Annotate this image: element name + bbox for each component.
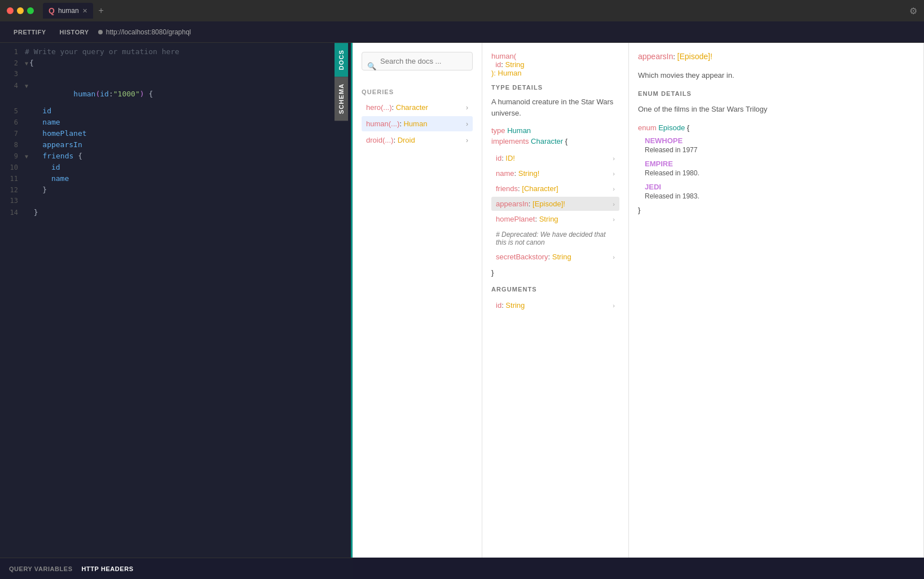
code-line-14: 14 } (0, 208, 351, 219)
code-line-8: 8 appearsIn (0, 140, 351, 152)
query-variables-button[interactable]: QUERY VARIABLES (9, 565, 73, 572)
toolbar: PRETTIFY HISTORY http://localhost:8080/g… (0, 21, 924, 43)
minimize-traffic-light[interactable] (17, 7, 24, 14)
code-line-6: 6 name (0, 118, 351, 129)
chevron-right-icon: › (613, 155, 615, 162)
enum-close-brace: } (638, 206, 914, 214)
enum-value-jedi: JEDI Released in 1983. (638, 183, 914, 200)
code-line-3: 3 (0, 70, 351, 81)
chevron-right-icon: › (613, 170, 615, 177)
chevron-right-icon: › (613, 185, 615, 192)
code-line-13: 13 (0, 197, 351, 208)
func-name: human( (491, 52, 516, 60)
search-icon: 🔍 (367, 61, 376, 70)
field-row-homeplanet[interactable]: homePlanet: String › (491, 212, 619, 226)
search-input[interactable] (362, 52, 473, 70)
tab-area: Q human ✕ + (43, 3, 107, 19)
code-line-11: 11 name (0, 174, 351, 185)
type-details-column: human( id: String ): Human TYPE DETAILS … (482, 43, 629, 558)
chevron-right-icon: › (466, 104, 468, 112)
main-layout: 1 # Write your query or mutation here 2 … (0, 43, 924, 558)
connection-status-dot (98, 30, 103, 34)
field-row-secretbackstory[interactable]: secretBackstory: String › (491, 250, 619, 264)
graphql-icon: Q (49, 6, 55, 15)
schema-tab-button[interactable]: SCHEMA (335, 77, 348, 121)
panel-tabs: DOCS SCHEMA (335, 43, 348, 121)
code-editor[interactable]: 1 # Write your query or mutation here 2 … (0, 43, 351, 558)
titlebar: Q human ✕ + ⚙ (0, 0, 924, 21)
field-row-appearsin[interactable]: appearsIn: [Episode]! › (491, 197, 619, 211)
settings-icon[interactable]: ⚙ (909, 6, 917, 16)
tab-label: human (58, 7, 79, 15)
code-line-1: 1 # Write your query or mutation here (0, 47, 351, 59)
chevron-right-icon: › (466, 136, 468, 144)
queries-section-label: QUERIES (362, 89, 473, 95)
code-line-4: 4 ▼ human(id:"1000") { (0, 81, 351, 107)
editor-area: 1 # Write your query or mutation here 2 … (0, 43, 353, 558)
traffic-lights (7, 7, 34, 14)
close-traffic-light[interactable] (7, 7, 14, 14)
type-header: human( id: String ): Human (491, 52, 619, 77)
chevron-right-icon: › (466, 120, 468, 128)
enum-value-empire: EMPIRE Released in 1980. (638, 160, 914, 177)
enum-value-newhope: NEWHOPE Released in 1977 (638, 136, 914, 154)
chevron-right-icon: › (613, 254, 615, 260)
detail-header: appearsIn: [Episode]! (638, 52, 914, 61)
docs-panel: DOCS SCHEMA 🔍 QUERIES hero(...): Charact… (353, 43, 924, 558)
url-text: http://localhost:8080/graphql (106, 28, 191, 36)
url-indicator: http://localhost:8080/graphql (98, 28, 191, 36)
chevron-right-icon: › (613, 216, 615, 223)
enum-details-title: ENUM DETAILS (638, 90, 914, 97)
type-description: A humanoid creature in the Star Wars uni… (491, 96, 619, 118)
deprecated-comment: # Deprecated: We have decided that this … (491, 227, 619, 250)
code-line-10: 10 id (0, 163, 351, 174)
docs-tab-button[interactable]: DOCS (335, 43, 348, 77)
code-line-7: 7 homePlanet (0, 129, 351, 140)
field-row-id[interactable]: id: ID! › (491, 151, 619, 165)
field-row-name[interactable]: name: String! › (491, 166, 619, 180)
detail-type-name: [Episode]! (677, 52, 712, 61)
prettify-button[interactable]: PRETTIFY (7, 21, 53, 42)
query-item-droid[interactable]: droid(...): Droid › (362, 132, 473, 148)
code-line-2: 2 ▼ { (0, 59, 351, 70)
docs-queries-column: 🔍 QUERIES hero(...): Character › human(.… (353, 43, 482, 558)
detail-panel-column: appearsIn: [Episode]! Which movies they … (629, 43, 924, 558)
arguments-section-title: ARGUMENTS (491, 286, 619, 293)
search-wrapper: 🔍 (362, 52, 473, 79)
code-line-12: 12 } (0, 185, 351, 197)
chevron-right-icon: › (613, 302, 615, 309)
chevron-right-icon: › (613, 201, 615, 207)
tab-close-button[interactable]: ✕ (82, 7, 87, 15)
code-line-9: 9 ▼ friends { (0, 152, 351, 163)
detail-field-name: appearsIn (638, 52, 673, 61)
tab-human[interactable]: Q human ✕ (43, 3, 93, 19)
type-details-title: TYPE DETAILS (491, 84, 619, 91)
bottom-bar: QUERY VARIABLES HTTP HEADERS (0, 558, 353, 579)
code-line-5: 5 id (0, 107, 351, 118)
maximize-traffic-light[interactable] (27, 7, 34, 14)
add-tab-button[interactable]: + (95, 6, 107, 16)
field-row-arg-id[interactable]: id: String › (491, 298, 619, 312)
enum-description: One of the films in the Star Wars Trilog… (638, 104, 914, 115)
field-row-friends[interactable]: friends: [Character] › (491, 182, 619, 196)
http-headers-button[interactable]: HTTP HEADERS (82, 565, 134, 572)
query-item-human[interactable]: human(...): Human › (362, 116, 473, 131)
detail-description: Which movies they appear in. (638, 70, 914, 81)
query-item-hero[interactable]: hero(...): Character › (362, 100, 473, 115)
enum-open-brace: enum Episode { (638, 123, 914, 132)
history-button[interactable]: HISTORY (53, 21, 96, 42)
close-brace: } (491, 268, 619, 277)
